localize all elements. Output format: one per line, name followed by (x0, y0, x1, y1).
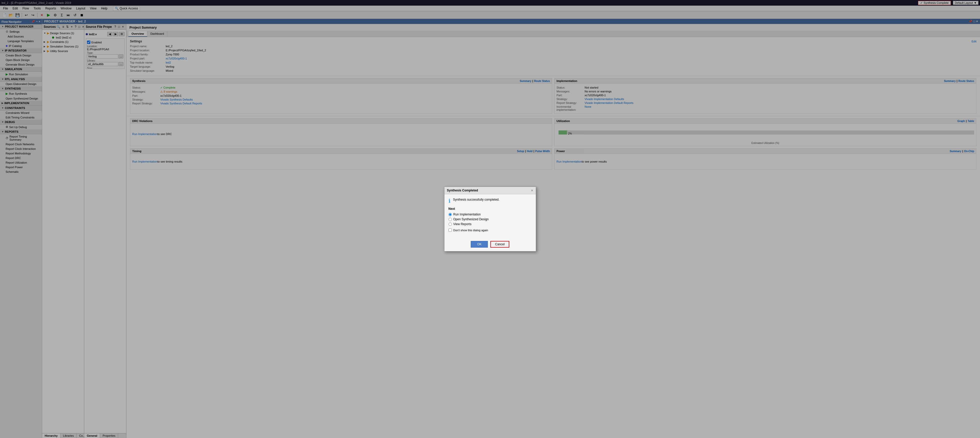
info-icon: ℹ (449, 198, 450, 204)
open-synth-label: Open Synthesized Design (453, 217, 489, 221)
option-view-reports[interactable]: View Reports (449, 222, 532, 226)
dialog-body: ℹ Synthesis successfully completed. Next… (444, 194, 536, 239)
dialog-header: Synthesis Completed × (444, 187, 536, 194)
dont-show-checkbox[interactable] (449, 228, 452, 232)
radio-run-impl[interactable] (449, 213, 452, 216)
view-reports-label: View Reports (453, 222, 471, 226)
dialog-title: Synthesis Completed (447, 189, 478, 192)
dont-show-option[interactable]: Don't show this dialog again (449, 228, 532, 232)
dont-show-label: Don't show this dialog again (453, 229, 488, 232)
dialog-info-row: ℹ Synthesis successfully completed. (449, 198, 532, 204)
radio-open-synth[interactable] (449, 218, 452, 221)
option-run-implementation[interactable]: Run Implementation (449, 213, 532, 216)
synthesis-completed-dialog: Synthesis Completed × ℹ Synthesis succes… (444, 186, 536, 252)
option-open-synthesized-design[interactable]: Open Synthesized Design (449, 217, 532, 221)
radio-view-reports[interactable] (449, 223, 452, 226)
next-section-label: Next (449, 207, 532, 210)
cancel-button[interactable]: Cancel (490, 241, 509, 248)
dialog-overlay: Synthesis Completed × ℹ Synthesis succes… (0, 0, 980, 438)
run-impl-label: Run Implementation (453, 213, 481, 216)
dialog-message: Synthesis successfully completed. (453, 198, 500, 201)
ok-button[interactable]: OK (471, 241, 488, 248)
dialog-footer: OK Cancel (444, 239, 536, 251)
dialog-close-button[interactable]: × (531, 188, 533, 193)
